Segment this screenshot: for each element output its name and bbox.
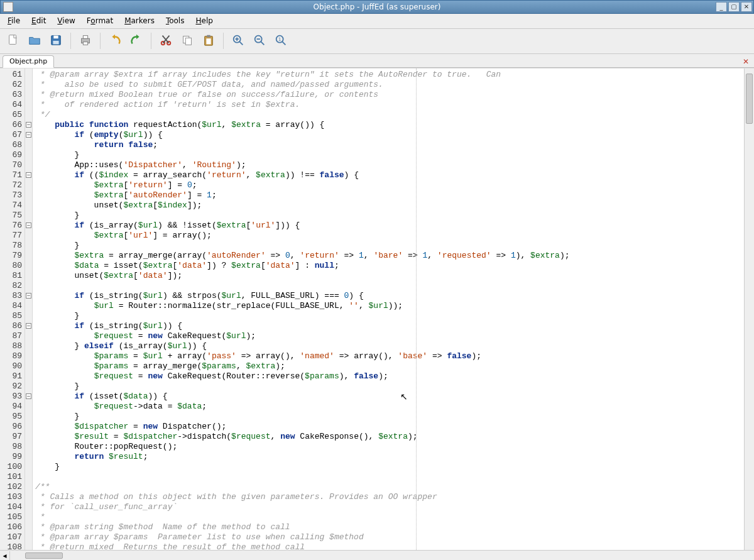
line-number: 78 — [0, 241, 25, 251]
fold-marker — [25, 251, 32, 261]
undo-button[interactable] — [106, 31, 124, 50]
fold-marker — [25, 422, 32, 432]
line-number: 82 — [0, 281, 25, 291]
fold-marker — [25, 382, 32, 392]
zoom-reset-button[interactable]: 1 — [271, 31, 290, 50]
line-number: 90 — [0, 361, 25, 371]
fold-marker — [25, 452, 32, 462]
menu-file[interactable]: File — [3, 15, 25, 26]
fold-marker — [25, 70, 32, 80]
save-file-button[interactable] — [46, 31, 65, 50]
svg-rect-3 — [53, 41, 58, 45]
fold-marker — [25, 492, 32, 502]
line-number: 71 — [0, 170, 25, 180]
fold-marker — [25, 482, 32, 492]
line-number: 76 — [0, 221, 25, 231]
toolbar-separator — [151, 33, 151, 49]
menu-tools[interactable]: Tools — [161, 15, 190, 26]
svg-rect-10 — [185, 38, 191, 45]
fold-marker — [25, 462, 32, 472]
fold-marker[interactable]: − — [25, 170, 32, 180]
zoom-reset-icon: 1 — [274, 33, 288, 49]
toolbar: 1 — [0, 29, 754, 54]
fold-marker — [25, 512, 32, 522]
fold-marker — [25, 231, 32, 241]
menu-format[interactable]: Format — [82, 15, 118, 26]
open-file-icon — [28, 33, 41, 49]
vertical-scrollbar-thumb[interactable] — [746, 74, 753, 124]
line-number: 98 — [0, 442, 25, 452]
line-number-gutter: 6162636465666768697071727374757677787980… — [0, 69, 25, 551]
vertical-scrollbar[interactable] — [744, 69, 754, 551]
fold-marker — [25, 200, 32, 211]
fold-marker — [25, 211, 32, 221]
line-number: 88 — [0, 341, 25, 351]
menubar: FileEditViewFormatMarkersToolsHelp — [0, 14, 754, 29]
toolbar-separator — [100, 33, 101, 49]
line-number: 74 — [0, 200, 25, 211]
line-number: 97 — [0, 432, 25, 442]
fold-marker[interactable]: − — [25, 120, 32, 130]
cut-button[interactable] — [156, 31, 175, 50]
code-view[interactable]: * @param array $extra if array includes … — [33, 69, 744, 551]
line-number: 103 — [0, 492, 25, 502]
zoom-out-button[interactable] — [250, 31, 269, 50]
fold-marker[interactable]: − — [25, 130, 32, 140]
fold-marker — [25, 341, 32, 351]
line-number: 73 — [0, 190, 25, 200]
redo-icon — [129, 33, 143, 49]
window-maximize-button[interactable]: ▢ — [728, 2, 740, 12]
line-number: 107 — [0, 532, 25, 542]
undo-icon — [108, 33, 122, 49]
line-number: 96 — [0, 422, 25, 432]
line-number: 86 — [0, 321, 25, 331]
horizontal-scrollbar-thumb[interactable] — [25, 552, 63, 559]
window-close-button[interactable]: ✕ — [741, 2, 752, 12]
scroll-left-button[interactable]: ◂ — [0, 551, 10, 560]
window-minimize-button[interactable]: _ — [716, 2, 727, 12]
close-document-button[interactable]: ✕ — [740, 56, 751, 67]
paste-icon — [202, 33, 216, 49]
zoom-in-button[interactable] — [229, 31, 248, 50]
line-number: 66 — [0, 120, 25, 130]
fold-marker[interactable]: − — [25, 321, 32, 331]
menu-markers[interactable]: Markers — [119, 15, 160, 26]
fold-marker[interactable]: − — [25, 392, 32, 402]
line-number: 67 — [0, 130, 25, 140]
line-number: 63 — [0, 90, 25, 100]
fold-marker — [25, 100, 32, 110]
fold-marker — [25, 190, 32, 200]
print-icon — [79, 33, 92, 49]
open-file-button[interactable] — [25, 31, 44, 50]
paste-button[interactable] — [199, 31, 218, 50]
svg-rect-5 — [83, 35, 87, 38]
line-number: 80 — [0, 261, 25, 271]
fold-marker — [25, 442, 32, 452]
copy-button[interactable] — [178, 31, 197, 50]
fold-marker — [25, 502, 32, 512]
fold-marker — [25, 261, 32, 271]
fold-gutter: −− − − − − − — [25, 69, 33, 551]
fold-marker — [25, 361, 32, 371]
menu-edit[interactable]: Edit — [26, 15, 51, 26]
line-number: 105 — [0, 512, 25, 522]
fold-marker — [25, 532, 32, 542]
fold-marker — [25, 412, 32, 422]
redo-button[interactable] — [127, 31, 146, 50]
tab-object-php[interactable]: Object.php — [3, 55, 54, 68]
line-number: 102 — [0, 482, 25, 492]
print-button[interactable] — [76, 31, 95, 50]
line-number: 91 — [0, 371, 25, 382]
cut-icon — [159, 33, 173, 49]
line-number: 108 — [0, 542, 25, 551]
new-file-button[interactable] — [4, 31, 23, 50]
line-number: 87 — [0, 331, 25, 341]
fold-marker — [25, 542, 32, 551]
menu-help[interactable]: Help — [190, 15, 217, 26]
horizontal-scrollbar[interactable]: ◂ — [0, 550, 754, 560]
fold-marker[interactable]: − — [25, 221, 32, 231]
fold-marker — [25, 241, 32, 251]
menu-view[interactable]: View — [52, 15, 80, 26]
line-number: 75 — [0, 211, 25, 221]
fold-marker[interactable]: − — [25, 291, 32, 301]
